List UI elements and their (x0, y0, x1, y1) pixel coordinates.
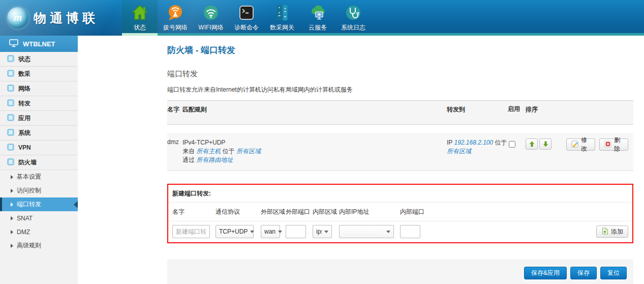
list-icon (7, 70, 14, 78)
enable-checkbox[interactable] (509, 141, 515, 148)
sidebar-item-label: 状态 (18, 55, 30, 64)
sidebar-subitem-basic-settings[interactable]: 基本设置 (0, 170, 78, 184)
nav-item-diagnostics[interactable]: 诊断命令 (229, 0, 264, 36)
sidebar-item-label: 防火墙 (18, 158, 37, 167)
home-icon (130, 3, 149, 22)
sidebar-item-data-acquisition[interactable]: 数采 (0, 67, 78, 81)
active-item-bar (0, 197, 2, 211)
label-name: 名字 (172, 203, 216, 221)
sidebar-subitem-access-control[interactable]: 访问控制 (0, 184, 78, 197)
match-from-label: 来自 (182, 148, 195, 155)
match-zone-link[interactable]: 所有区域 (236, 148, 261, 155)
label-int-zone: 内部区域 (313, 203, 339, 221)
sidebar-subitem-dmz[interactable]: DMZ (0, 225, 78, 239)
save-button[interactable]: 保存 (570, 267, 597, 279)
col-header-match: 匹配规则 (182, 105, 447, 114)
brand-logo: m 物通博联 (0, 0, 122, 36)
top-header: m 物通博联 状态 拨号网络 WIFI网络 诊断命令 (0, 0, 644, 36)
nav-item-wifi-network[interactable]: WIFI网络 (193, 0, 229, 36)
col-header-sort: 排序 (526, 105, 566, 114)
terminal-icon (237, 3, 256, 22)
triangle-icon (11, 216, 13, 220)
protocol-select[interactable]: TCP+UDP (216, 225, 254, 238)
nav-item-data-gateway[interactable]: 数采网关 (264, 0, 300, 36)
label-protocol: 通信协议 (216, 203, 261, 221)
new-port-forward-section: 新建端口转发: 名字 通信协议 外部区域 外部端口 内部区域 内部IP地址 内部… (167, 184, 633, 243)
sidebar-header: WTBLNET (0, 36, 78, 52)
nav-item-system-log[interactable]: 系统日志 (335, 0, 371, 36)
system-log-icon (344, 3, 363, 22)
sidebar-item-firewall[interactable]: 防火墙 (0, 155, 78, 170)
internal-zone-select[interactable]: ipsec (313, 225, 332, 238)
nav-label: WIFI网络 (198, 23, 223, 32)
external-port-input[interactable] (286, 225, 306, 238)
external-zone-select[interactable]: wan (261, 225, 280, 238)
sidebar-subitem-port-forwarding[interactable]: 端口转发 (0, 197, 78, 211)
sidebar-item-forwarding[interactable]: 转发 (0, 96, 78, 111)
list-icon (7, 144, 14, 152)
col-header-name: 名字 (167, 105, 182, 114)
internal-ip-select[interactable] (339, 225, 394, 238)
sidebar-item-label: 网络 (18, 84, 30, 93)
external-zone-value: wan (264, 228, 275, 235)
save-apply-button[interactable]: 保存&应用 (524, 267, 567, 279)
chevron-down-icon (278, 231, 282, 233)
sidebar-subitem-snat[interactable]: SNAT (0, 211, 78, 225)
edit-button[interactable]: 修改 (566, 138, 595, 151)
sidebar-item-vpn[interactable]: VPN (0, 140, 78, 155)
brand-name: 物通博联 (34, 10, 99, 26)
label-ext-zone: 外部区域 (261, 203, 286, 221)
rule-forward-to: IP 192.168.2.100 位于 所有区域 (447, 138, 508, 164)
section-title: 端口转发 (167, 69, 633, 79)
brand-logo-icon: m (7, 7, 28, 29)
sort-up-button[interactable] (526, 138, 538, 150)
page-description: 端口转发允许来自Internet的计算机访问私有局域网内的计算机或服务 (167, 86, 633, 94)
chevron-down-icon (324, 231, 328, 233)
new-forward-name-input[interactable] (172, 225, 210, 238)
forward-ip-label: IP (447, 139, 452, 146)
internal-port-input[interactable] (400, 225, 420, 238)
rule-match: IPv4-TCP+UDP 来自 所有主机 位于 所有区域 通过 所有路由地址 (182, 138, 447, 164)
col-header-enable: 启用 (508, 105, 521, 114)
device-name: WTBLNET (23, 40, 55, 48)
edit-button-label: 修改 (581, 136, 590, 153)
reset-button[interactable]: 复位 (600, 267, 627, 279)
sidebar-subitem-label: 高级规则 (17, 241, 41, 250)
nav-item-dialup-network[interactable]: 拨号网络 (158, 0, 193, 36)
list-icon (7, 99, 14, 108)
chevron-down-icon (386, 231, 390, 233)
sidebar-item-application[interactable]: 应用 (0, 111, 78, 126)
list-icon (7, 158, 14, 167)
nav-label: 云服务 (309, 23, 327, 32)
match-route-link[interactable]: 所有路由地址 (196, 156, 233, 163)
delete-button[interactable]: 删除 (599, 138, 628, 151)
forward-zone-link[interactable]: 所有区域 (447, 148, 471, 155)
sidebar-item-system[interactable]: 系统 (0, 126, 78, 140)
forward-at-label: 位于 (495, 139, 507, 146)
nav-label: 状态 (134, 23, 146, 32)
match-via-label: 通过 (182, 156, 195, 163)
internal-zone-value: ipsec (316, 228, 322, 235)
nav-item-status[interactable]: 状态 (122, 0, 158, 36)
sidebar-item-status[interactable]: 状态 (0, 52, 78, 67)
sidebar-item-label: 系统 (18, 129, 30, 137)
nav-label: 数采网关 (270, 23, 294, 32)
sidebar-item-label: 应用 (18, 114, 30, 123)
label-int-port: 内部端口 (400, 203, 426, 221)
rule-name: dmz (167, 138, 182, 164)
main-area: 防火墙 - 端口转发 端口转发 端口转发允许来自Internet的计算机访问私有… (78, 36, 644, 284)
table-row: dmz IPv4-TCP+UDP 来自 所有主机 位于 所有区域 通过 所有路由… (167, 133, 633, 171)
table-header-row: 名字 匹配规则 转发到 启用 排序 (167, 100, 633, 125)
match-host-link[interactable]: 所有主机 (196, 148, 221, 155)
rule-protocol: IPv4-TCP+UDP (182, 138, 447, 147)
sidebar-subitem-label: DMZ (17, 229, 30, 236)
sidebar-subitem-advanced-rules[interactable]: 高级规则 (0, 239, 78, 252)
add-button[interactable]: 添加 (596, 225, 628, 238)
nav-item-cloud-service[interactable]: 云服务 (300, 0, 335, 36)
forward-ip-link[interactable]: 192.168.2.100 (454, 139, 493, 146)
sidebar-item-network[interactable]: 网络 (0, 81, 78, 96)
delete-button-label: 删除 (614, 136, 623, 153)
page-title: 防火墙 - 端口转发 (167, 44, 633, 56)
list-icon (7, 114, 14, 123)
sort-down-button[interactable] (539, 138, 551, 150)
